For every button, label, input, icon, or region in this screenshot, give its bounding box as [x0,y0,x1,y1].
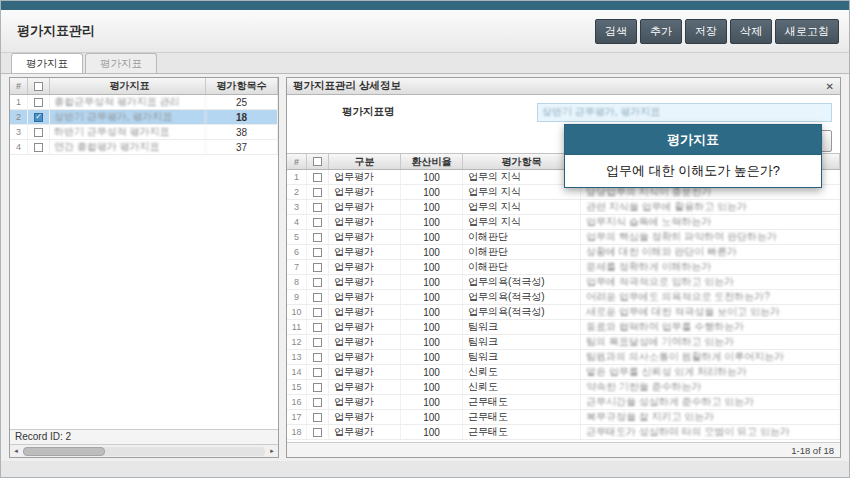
column-header-index: # [287,154,307,169]
search-button[interactable]: 검색 [595,19,637,44]
scrollbar-track[interactable] [23,447,265,456]
detail-table-row[interactable]: 14업무평가100신뢰도맡은 업무를 신뢰성 있게 처리하는가 [287,365,840,380]
category-cell: 업무평가 [329,260,401,274]
select-all-checkbox[interactable] [313,157,322,166]
checkbox-cell [307,410,329,424]
row-checkbox[interactable] [313,308,322,317]
row-checkbox[interactable] [313,173,322,182]
left-table-row[interactable]: 3하반기 근무성적 평가지표38 [10,125,278,140]
evaluation-question-cell: 근무시간을 성실하게 준수하고 있는가 [581,395,840,409]
row-checkbox[interactable] [313,248,322,257]
tab-evaluation-index-1[interactable]: 평가지표 [11,53,83,73]
row-index: 13 [287,350,307,364]
detail-table-row[interactable]: 7업무평가100이해판단문제를 정확하게 이해하는가 [287,260,840,275]
row-checkbox[interactable] [313,338,322,347]
row-checkbox[interactable] [313,428,322,437]
detail-table-row[interactable]: 3업무평가100업무의 지식관련 지식을 업무에 활용하고 있는가 [287,200,840,215]
item-count: 38 [206,125,278,139]
refresh-button[interactable]: 새로고침 [775,19,839,44]
tab-evaluation-index-2[interactable]: 평가지표 [85,53,157,73]
left-table-row[interactable]: 1종합근무성적 평가지표 관리25 [10,95,278,110]
detail-table-row[interactable]: 5업무평가100이해판단업무의 핵심을 정확히 파악하여 판단하는가 [287,230,840,245]
row-checkbox[interactable] [34,128,43,137]
select-all-checkbox[interactable] [34,82,43,91]
close-icon[interactable]: ✕ [826,81,834,92]
checkbox-cell [307,245,329,259]
checkbox-cell [307,200,329,214]
column-header-index: # [10,78,28,94]
column-header-checkbox [28,78,50,94]
category-cell: 업무평가 [329,320,401,334]
index-name-input[interactable]: 상반기 근무평가, 평가지표 [537,103,832,122]
detail-table-row[interactable]: 8업무평가100업무의욕(적극성)업무에 적극적으로 임하고 있는가 [287,275,840,290]
row-checkbox[interactable] [313,263,322,272]
row-checkbox[interactable] [313,203,322,212]
row-checkbox[interactable] [313,398,322,407]
row-checkbox[interactable] [313,233,322,242]
row-index: 3 [287,200,307,214]
detail-table-row[interactable]: 11업무평가100팀워크동료와 협력하여 업무를 수행하는가 [287,320,840,335]
evaluation-index-name: 연간 종합평가 평가지표 [50,140,206,154]
row-index: 16 [287,395,307,409]
add-button[interactable]: 추가 [640,19,682,44]
evaluation-item-cell: 근무태도 [463,410,581,424]
row-index: 3 [10,125,28,139]
row-checkbox[interactable] [34,98,43,107]
left-table-header: # 평가지표 평가항목수 [10,78,278,95]
delete-button[interactable]: 삭제 [730,19,772,44]
detail-table-row[interactable]: 18업무평가100근무태도근무태도가 성실하며 타의 모범이 되고 있는가 [287,425,840,440]
ratio-cell: 100 [401,425,463,439]
left-table-row[interactable]: 2✓상반기 근무평가, 평가지표18 [10,110,278,125]
row-checkbox[interactable] [313,353,322,362]
detail-table-row[interactable]: 10업무평가100업무의욕(적극성)새로운 업무에 대한 적극성을 보이고 있는… [287,305,840,320]
scroll-left-icon[interactable]: ◂ [10,447,22,455]
checkbox-cell [307,215,329,229]
tooltip-title: 평가지표 [565,125,821,154]
row-checkbox[interactable] [313,293,322,302]
page-header: 평가지표관리 검색 추가 저장 삭제 새로고침 [1,10,849,53]
detail-panel-title: 평가지표관리 상세정보 [293,79,401,93]
scroll-right-icon[interactable]: ▸ [266,447,278,455]
ratio-cell: 100 [401,410,463,424]
item-count: 37 [206,140,278,154]
checkbox-cell [307,365,329,379]
row-index: 15 [287,380,307,394]
checkbox-cell [307,380,329,394]
row-index: 7 [287,260,307,274]
row-checkbox[interactable] [313,323,322,332]
row-checkbox[interactable]: ✓ [34,113,43,122]
evaluation-item-cell: 팀워크 [463,335,581,349]
detail-table-row[interactable]: 12업무평가100팀워크팀의 목표달성에 기여하고 있는가 [287,335,840,350]
save-button[interactable]: 저장 [685,19,727,44]
evaluation-item-cell: 이해판단 [463,230,581,244]
checkbox-cell [28,95,50,109]
detail-table-row[interactable]: 9업무평가100업무의욕(적극성)어려운 업무에도 의욕적으로 도전하는가? [287,290,840,305]
row-index: 2 [287,185,307,199]
category-cell: 업무평가 [329,425,401,439]
row-checkbox[interactable] [313,188,322,197]
detail-table-row[interactable]: 16업무평가100근무태도근무시간을 성실하게 준수하고 있는가 [287,395,840,410]
category-cell: 업무평가 [329,275,401,289]
evaluation-question-cell: 팀원과의 의사소통이 원활하게 이루어지는가 [581,350,840,364]
evaluation-question-cell: 업무지식 습득에 노력하는가 [581,215,840,229]
record-id-status: Record ID: 2 [10,429,278,444]
detail-table-row[interactable]: 17업무평가100근무태도복무규정을 잘 지키고 있는가 [287,410,840,425]
row-checkbox[interactable] [313,413,322,422]
item-count: 18 [206,110,278,124]
row-checkbox[interactable] [313,278,322,287]
row-checkbox[interactable] [34,143,43,152]
detail-table-row[interactable]: 15업무평가100신뢰도약속한 기한을 준수하는가 [287,380,840,395]
detail-table-row[interactable]: 13업무평가100팀워크팀원과의 의사소통이 원활하게 이루어지는가 [287,350,840,365]
left-table-row[interactable]: 4연간 종합평가 평가지표37 [10,140,278,155]
row-checkbox[interactable] [313,218,322,227]
row-index: 8 [287,275,307,289]
row-checkbox[interactable] [313,368,322,377]
detail-table-row[interactable]: 4업무평가100업무의 지식업무지식 습득에 노력하는가 [287,215,840,230]
scrollbar-thumb[interactable] [23,447,105,456]
evaluation-question-cell: 맡은 업무를 신뢰성 있게 처리하는가 [581,365,840,379]
row-checkbox[interactable] [313,383,322,392]
detail-table-row[interactable]: 6업무평가100이해판단상황에 대한 이해와 판단이 빠른가 [287,245,840,260]
evaluation-item-cell: 이해판단 [463,260,581,274]
horizontal-scrollbar[interactable]: ◂ ▸ [10,444,278,457]
ratio-cell: 100 [401,275,463,289]
